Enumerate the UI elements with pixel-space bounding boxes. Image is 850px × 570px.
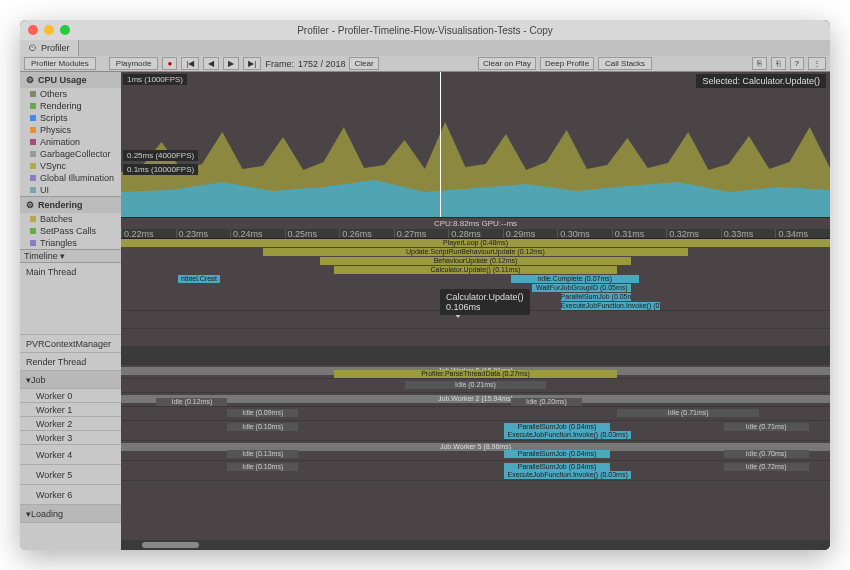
- thread-loading-group[interactable]: ▾ Loading: [20, 505, 121, 523]
- track-main[interactable]: onDelayedExecuteJobFunction.Invoke() (0.…: [121, 239, 830, 311]
- sidebar-item-batches[interactable]: Batches: [20, 213, 121, 225]
- playmode-dropdown[interactable]: Playmode: [109, 57, 159, 70]
- sidebar-item-others[interactable]: Others: [20, 88, 121, 100]
- save-icon[interactable]: ⎘: [752, 57, 767, 70]
- timeline-bar[interactable]: Idle (0.20ms): [511, 398, 582, 406]
- graph-label-01ms: 0.1ms (10000FPS): [123, 164, 198, 175]
- timeline-bar[interactable]: Idle (0.10ms): [227, 463, 298, 471]
- cpu-usage-header[interactable]: ⚙ CPU Usage: [20, 72, 121, 88]
- thread-worker-2[interactable]: Worker 2: [20, 417, 121, 431]
- thread-worker-0[interactable]: Worker 0: [20, 389, 121, 403]
- swatch-icon: [30, 139, 36, 145]
- back-button[interactable]: ◀: [203, 57, 219, 70]
- timeline-bar[interactable]: PlayerLoop (0.48ms): [121, 239, 830, 247]
- timeline-bar[interactable]: ntinel.Creat: [178, 275, 221, 283]
- timeline-bar[interactable]: BehaviourUpdate (0.12ms): [320, 257, 632, 265]
- track-worker-2[interactable]: Job.Worker 2 (15.94ms)Idle (0.12ms)Idle …: [121, 393, 830, 407]
- timeline-bar[interactable]: Job.Worker 2 (15.94ms): [121, 395, 830, 403]
- track-worker-6[interactable]: Idle (0.10ms)ParallelSumJob (0.04ms)Idle…: [121, 461, 830, 481]
- record-button[interactable]: ●: [162, 57, 177, 70]
- profiler-modules-dropdown[interactable]: Profiler Modules: [24, 57, 96, 70]
- toolbar: Profiler Modules Playmode ● |◀ ◀ ▶ ▶| Fr…: [20, 56, 830, 72]
- ruler-tick: 0.30ms: [557, 229, 612, 238]
- timeline-bar[interactable]: Idle (0.70ms): [724, 450, 809, 458]
- timeline-bar[interactable]: Idle (0.13ms): [227, 450, 298, 458]
- ruler-tick: 0.23ms: [176, 229, 231, 238]
- track-worker-3[interactable]: Idle (0.09ms)Idle (0.71ms): [121, 407, 830, 421]
- deep-profile-button[interactable]: Deep Profile: [540, 57, 594, 70]
- timeline-bar[interactable]: ExecuteJobFunction.Invoke() (0.03ms): [504, 431, 632, 439]
- timeline-bar[interactable]: ExecuteJobFunction.Invoke() (0.04ms): [561, 302, 660, 310]
- sidebar-item-scripts[interactable]: Scripts: [20, 112, 121, 124]
- sidebar-item-vsync[interactable]: VSync: [20, 160, 121, 172]
- thread-worker-1[interactable]: Worker 1: [20, 403, 121, 417]
- track-worker-4[interactable]: Idle (0.10ms)ParallelSumJob (0.04ms)Idle…: [121, 421, 830, 441]
- timeline-bar[interactable]: ParallelSumJob (0.04ms): [504, 450, 610, 458]
- prev-frame-button[interactable]: |◀: [181, 57, 199, 70]
- timeline-bar[interactable]: Idle (0.71ms): [724, 423, 809, 431]
- sidebar-item-triangles[interactable]: Triangles: [20, 237, 121, 249]
- track-worker-5[interactable]: Job.Worker 5 (8.96ms)Idle (0.13ms)Parall…: [121, 441, 830, 461]
- thread-worker-4[interactable]: Worker 4: [20, 445, 121, 465]
- track-worker-1[interactable]: Idle (0.21ms): [121, 379, 830, 393]
- thread-job-group[interactable]: ▾ Job: [20, 371, 121, 389]
- call-stacks-dropdown[interactable]: Call Stacks: [598, 57, 652, 70]
- sidebar-item-global illumination[interactable]: Global Illumination: [20, 172, 121, 184]
- settings-icon: ⚙: [26, 75, 34, 85]
- ruler-tick: 0.33ms: [721, 229, 776, 238]
- thread-worker-5[interactable]: Worker 5: [20, 465, 121, 485]
- sidebar-item-rendering[interactable]: Rendering: [20, 100, 121, 112]
- tab-profiler[interactable]: ⏲ Profiler: [20, 40, 79, 56]
- timeline-bar[interactable]: ParallelSumJob (0.05ms): [561, 293, 632, 301]
- timeline-bar[interactable]: Idle (0.72ms): [724, 463, 809, 471]
- close-icon[interactable]: [28, 25, 38, 35]
- timeline-tracks[interactable]: onDelayedExecuteJobFunction.Invoke() (0.…: [121, 239, 830, 540]
- timeline-bar[interactable]: ExecuteJobFunction.Invoke() (0.03ms): [504, 471, 632, 479]
- menu-icon[interactable]: ⋮: [808, 57, 826, 70]
- sidebar-item-physics[interactable]: Physics: [20, 124, 121, 136]
- ruler-tick: 0.31ms: [612, 229, 667, 238]
- load-icon[interactable]: ⎗: [771, 57, 786, 70]
- ruler-tick: 0.24ms: [230, 229, 285, 238]
- sidebar-item-garbagecollector[interactable]: GarbageCollector: [20, 148, 121, 160]
- frame-value: 1752 / 2018: [298, 59, 346, 69]
- timeline-scrollbar[interactable]: [121, 540, 830, 550]
- timeline-bar[interactable]: Idle (0.10ms): [227, 423, 298, 431]
- timeline-bar[interactable]: Idle (0.09ms): [227, 409, 298, 417]
- thread-main[interactable]: Main Thread: [20, 263, 121, 335]
- clear-on-play-button[interactable]: Clear on Play: [478, 57, 536, 70]
- forward-button[interactable]: ▶: [223, 57, 239, 70]
- thread-worker-6[interactable]: Worker 6: [20, 485, 121, 505]
- minimize-icon[interactable]: [44, 25, 54, 35]
- sidebar-item-animation[interactable]: Animation: [20, 136, 121, 148]
- track-job-header[interactable]: [121, 347, 830, 365]
- scrollthumb[interactable]: [142, 542, 199, 548]
- timeline-bar[interactable]: Idle (0.71ms): [617, 409, 759, 417]
- rendering-header[interactable]: ⚙ Rendering: [20, 197, 121, 213]
- timeline-bar[interactable]: ParallelSumJob (0.04ms): [504, 463, 610, 471]
- timeline-bar[interactable]: WaitForJobGroupID (0.05ms): [532, 284, 631, 292]
- track-worker-0[interactable]: Job.Worker 0 (15.91ms)Profiler.ParseThre…: [121, 365, 830, 379]
- clear-button[interactable]: Clear: [349, 57, 378, 70]
- zoom-icon[interactable]: [60, 25, 70, 35]
- timeline-bar[interactable]: ndle.Complete (0.07ms): [511, 275, 639, 283]
- timeline-bar[interactable]: Calculator.Update() (0.11ms): [334, 266, 618, 274]
- time-ruler[interactable]: 0.22ms0.23ms0.24ms0.25ms0.26ms0.27ms0.28…: [121, 229, 830, 239]
- help-icon[interactable]: ?: [790, 57, 804, 70]
- timeline-dropdown[interactable]: Timeline ▾: [20, 250, 121, 263]
- thread-worker-3[interactable]: Worker 3: [20, 431, 121, 445]
- playhead[interactable]: [440, 72, 441, 217]
- thread-render[interactable]: Render Thread: [20, 353, 121, 371]
- stats-bar: CPU:8.82ms GPU:--ms: [121, 217, 830, 229]
- next-frame-button[interactable]: ▶|: [243, 57, 261, 70]
- sidebar-item-ui[interactable]: UI: [20, 184, 121, 196]
- track-render[interactable]: [121, 329, 830, 347]
- timeline-bar[interactable]: ParallelSumJob (0.04ms): [504, 423, 610, 431]
- timeline-bar[interactable]: Idle (0.21ms): [405, 381, 547, 389]
- cpu-graph[interactable]: 1ms (1000FPS) 0.25ms (4000FPS) 0.1ms (10…: [121, 72, 830, 217]
- timeline-bar[interactable]: Idle (0.12ms): [156, 398, 227, 406]
- sidebar-item-setpass calls[interactable]: SetPass Calls: [20, 225, 121, 237]
- timeline-bar[interactable]: Profiler.ParseThreadData (0.27ms): [334, 370, 618, 378]
- timeline-bar[interactable]: Update.ScriptRunBehaviourUpdate (0.12ms): [263, 248, 688, 256]
- thread-pvr[interactable]: PVRContextManager: [20, 335, 121, 353]
